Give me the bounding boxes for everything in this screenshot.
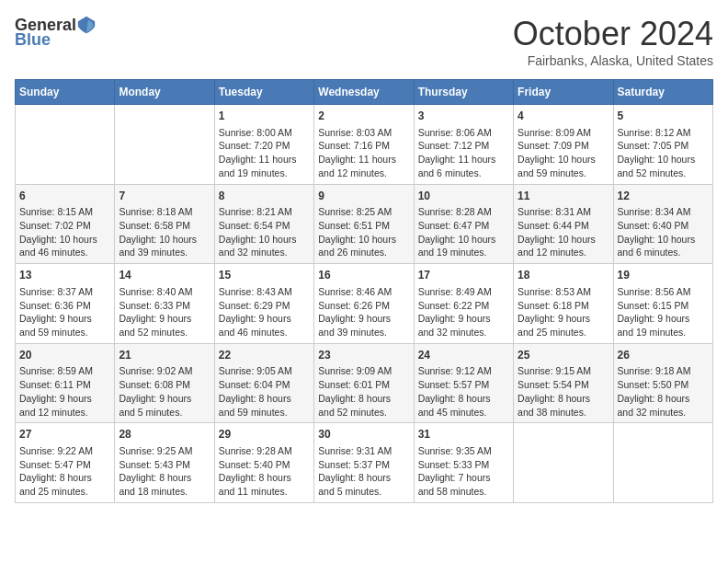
calendar-cell: 21Sunrise: 9:02 AMSunset: 6:08 PMDayligh… bbox=[115, 343, 214, 423]
calendar-cell: 2Sunrise: 8:03 AMSunset: 7:16 PMDaylight… bbox=[314, 105, 414, 185]
calendar-cell: 25Sunrise: 9:15 AMSunset: 5:54 PMDayligh… bbox=[514, 343, 613, 423]
day-number: 27 bbox=[19, 427, 110, 442]
calendar-cell: 3Sunrise: 8:06 AMSunset: 7:12 PMDaylight… bbox=[414, 105, 513, 185]
cell-content: Sunrise: 9:25 AMSunset: 5:43 PMDaylight:… bbox=[119, 444, 210, 499]
day-number: 20 bbox=[19, 348, 110, 363]
cell-content: Sunrise: 8:34 AMSunset: 6:40 PMDaylight:… bbox=[618, 205, 709, 259]
day-number: 14 bbox=[119, 268, 210, 283]
calendar-cell: 12Sunrise: 8:34 AMSunset: 6:40 PMDayligh… bbox=[613, 184, 712, 264]
calendar-cell: 31Sunrise: 9:35 AMSunset: 5:33 PMDayligh… bbox=[414, 423, 513, 503]
day-number: 3 bbox=[418, 109, 509, 124]
logo-icon bbox=[76, 15, 97, 35]
logo-blue: Blue bbox=[15, 31, 51, 48]
calendar-cell: 28Sunrise: 9:25 AMSunset: 5:43 PMDayligh… bbox=[115, 423, 214, 503]
day-number: 4 bbox=[518, 109, 609, 124]
day-of-week-header: Saturday bbox=[613, 80, 712, 105]
month-title: October 2024 bbox=[513, 15, 713, 53]
day-number: 18 bbox=[518, 268, 609, 283]
day-number: 13 bbox=[19, 268, 110, 283]
calendar-cell: 19Sunrise: 8:56 AMSunset: 6:15 PMDayligh… bbox=[613, 264, 712, 344]
day-number: 24 bbox=[418, 348, 509, 363]
cell-content: Sunrise: 8:06 AMSunset: 7:12 PMDaylight:… bbox=[418, 126, 509, 180]
calendar-cell: 20Sunrise: 8:59 AMSunset: 6:11 PMDayligh… bbox=[16, 343, 115, 423]
cell-content: Sunrise: 8:59 AMSunset: 6:11 PMDaylight:… bbox=[19, 364, 110, 419]
calendar-cell: 18Sunrise: 8:53 AMSunset: 6:18 PMDayligh… bbox=[514, 264, 613, 344]
cell-content: Sunrise: 8:25 AMSunset: 6:51 PMDaylight:… bbox=[318, 205, 409, 259]
calendar-cell: 30Sunrise: 9:31 AMSunset: 5:37 PMDayligh… bbox=[314, 423, 414, 503]
cell-content: Sunrise: 9:35 AMSunset: 5:33 PMDaylight:… bbox=[418, 444, 509, 499]
day-number: 8 bbox=[219, 189, 310, 204]
location-subtitle: Fairbanks, Alaska, United States bbox=[513, 53, 713, 68]
cell-content: Sunrise: 8:37 AMSunset: 6:36 PMDaylight:… bbox=[19, 285, 110, 339]
calendar-cell: 29Sunrise: 9:28 AMSunset: 5:40 PMDayligh… bbox=[214, 423, 313, 503]
calendar-week-row: 20Sunrise: 8:59 AMSunset: 6:11 PMDayligh… bbox=[16, 343, 713, 423]
day-number: 15 bbox=[219, 268, 310, 283]
day-number: 25 bbox=[518, 348, 609, 363]
calendar-cell: 8Sunrise: 8:21 AMSunset: 6:54 PMDaylight… bbox=[214, 184, 313, 264]
calendar-cell: 15Sunrise: 8:43 AMSunset: 6:29 PMDayligh… bbox=[214, 264, 313, 344]
cell-content: Sunrise: 8:53 AMSunset: 6:18 PMDaylight:… bbox=[518, 285, 609, 339]
calendar-cell bbox=[613, 423, 712, 503]
day-number: 22 bbox=[219, 348, 310, 363]
day-number: 10 bbox=[418, 189, 509, 204]
cell-content: Sunrise: 8:40 AMSunset: 6:33 PMDaylight:… bbox=[119, 285, 210, 339]
calendar-cell bbox=[16, 105, 115, 185]
day-of-week-header: Friday bbox=[514, 80, 613, 105]
day-number: 23 bbox=[318, 348, 409, 363]
day-number: 16 bbox=[318, 268, 409, 283]
cell-content: Sunrise: 9:09 AMSunset: 6:01 PMDaylight:… bbox=[318, 364, 409, 419]
cell-content: Sunrise: 9:31 AMSunset: 5:37 PMDaylight:… bbox=[318, 444, 409, 499]
day-number: 5 bbox=[618, 109, 709, 124]
calendar-cell: 14Sunrise: 8:40 AMSunset: 6:33 PMDayligh… bbox=[115, 264, 214, 344]
day-of-week-header: Wednesday bbox=[314, 80, 414, 105]
day-number: 21 bbox=[119, 348, 210, 363]
cell-content: Sunrise: 9:12 AMSunset: 5:57 PMDaylight:… bbox=[418, 364, 509, 419]
calendar-cell: 24Sunrise: 9:12 AMSunset: 5:57 PMDayligh… bbox=[414, 343, 513, 423]
calendar-cell: 17Sunrise: 8:49 AMSunset: 6:22 PMDayligh… bbox=[414, 264, 513, 344]
day-number: 7 bbox=[119, 189, 210, 204]
calendar-cell: 1Sunrise: 8:00 AMSunset: 7:20 PMDaylight… bbox=[214, 105, 313, 185]
calendar-cell: 26Sunrise: 9:18 AMSunset: 5:50 PMDayligh… bbox=[613, 343, 712, 423]
cell-content: Sunrise: 8:56 AMSunset: 6:15 PMDaylight:… bbox=[618, 285, 709, 339]
day-number: 6 bbox=[19, 189, 110, 204]
cell-content: Sunrise: 8:43 AMSunset: 6:29 PMDaylight:… bbox=[219, 285, 310, 339]
title-section: October 2024 Fairbanks, Alaska, United S… bbox=[513, 15, 713, 68]
cell-content: Sunrise: 8:15 AMSunset: 7:02 PMDaylight:… bbox=[19, 205, 110, 259]
calendar-week-row: 6Sunrise: 8:15 AMSunset: 7:02 PMDaylight… bbox=[16, 184, 713, 264]
calendar-week-row: 13Sunrise: 8:37 AMSunset: 6:36 PMDayligh… bbox=[16, 264, 713, 344]
calendar-cell: 4Sunrise: 8:09 AMSunset: 7:09 PMDaylight… bbox=[514, 105, 613, 185]
day-number: 17 bbox=[418, 268, 509, 283]
day-number: 28 bbox=[119, 427, 210, 442]
cell-content: Sunrise: 8:12 AMSunset: 7:05 PMDaylight:… bbox=[618, 126, 709, 180]
cell-content: Sunrise: 8:18 AMSunset: 6:58 PMDaylight:… bbox=[119, 205, 210, 259]
calendar-week-row: 1Sunrise: 8:00 AMSunset: 7:20 PMDaylight… bbox=[16, 105, 713, 185]
cell-content: Sunrise: 8:31 AMSunset: 6:44 PMDaylight:… bbox=[518, 205, 609, 259]
day-number: 12 bbox=[618, 189, 709, 204]
cell-content: Sunrise: 9:05 AMSunset: 6:04 PMDaylight:… bbox=[219, 364, 310, 419]
day-of-week-header: Tuesday bbox=[214, 80, 313, 105]
logo: General Blue bbox=[15, 15, 97, 48]
day-number: 29 bbox=[219, 427, 310, 442]
calendar-cell bbox=[115, 105, 214, 185]
page-header: General Blue October 2024 Fairbanks, Ala… bbox=[15, 15, 713, 68]
calendar-table: SundayMondayTuesdayWednesdayThursdayFrid… bbox=[15, 79, 713, 503]
day-number: 26 bbox=[618, 348, 709, 363]
calendar-cell: 27Sunrise: 9:22 AMSunset: 5:47 PMDayligh… bbox=[16, 423, 115, 503]
cell-content: Sunrise: 8:46 AMSunset: 6:26 PMDaylight:… bbox=[318, 285, 409, 339]
day-number: 19 bbox=[618, 268, 709, 283]
cell-content: Sunrise: 9:22 AMSunset: 5:47 PMDaylight:… bbox=[19, 444, 110, 499]
day-number: 2 bbox=[318, 109, 409, 124]
cell-content: Sunrise: 8:49 AMSunset: 6:22 PMDaylight:… bbox=[418, 285, 509, 339]
day-number: 31 bbox=[418, 427, 509, 442]
day-number: 1 bbox=[219, 109, 310, 124]
day-of-week-header: Sunday bbox=[16, 80, 115, 105]
calendar-cell: 22Sunrise: 9:05 AMSunset: 6:04 PMDayligh… bbox=[214, 343, 313, 423]
calendar-cell: 9Sunrise: 8:25 AMSunset: 6:51 PMDaylight… bbox=[314, 184, 414, 264]
day-of-week-header: Thursday bbox=[414, 80, 513, 105]
calendar-cell: 10Sunrise: 8:28 AMSunset: 6:47 PMDayligh… bbox=[414, 184, 513, 264]
cell-content: Sunrise: 8:09 AMSunset: 7:09 PMDaylight:… bbox=[518, 126, 609, 180]
day-number: 11 bbox=[518, 189, 609, 204]
cell-content: Sunrise: 8:21 AMSunset: 6:54 PMDaylight:… bbox=[219, 205, 310, 259]
calendar-cell: 13Sunrise: 8:37 AMSunset: 6:36 PMDayligh… bbox=[16, 264, 115, 344]
cell-content: Sunrise: 9:18 AMSunset: 5:50 PMDaylight:… bbox=[618, 364, 709, 419]
